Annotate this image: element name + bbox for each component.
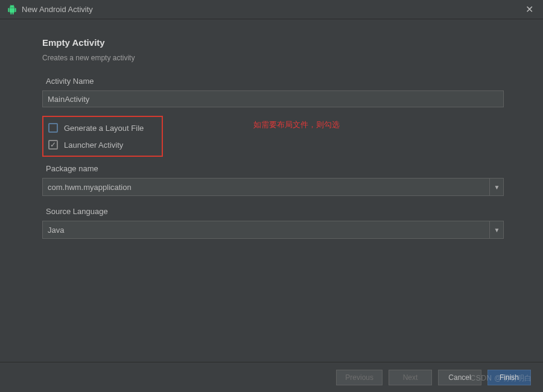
generate-layout-label: Generate a Layout File <box>64 124 144 133</box>
activity-name-label: Activity Name <box>42 77 504 86</box>
generate-layout-checkbox[interactable]: Generate a Layout File <box>45 119 160 136</box>
checkbox-icon <box>48 123 58 133</box>
activity-name-input[interactable] <box>42 90 504 107</box>
dialog-content: Empty Activity Creates a new empty activ… <box>0 19 543 239</box>
next-button[interactable]: Next <box>389 370 432 385</box>
window-title: New Android Activity <box>22 5 523 14</box>
page-subheading: Creates a new empty activity <box>42 54 504 62</box>
source-language-select[interactable]: Java <box>42 221 504 239</box>
package-name-select[interactable]: com.hwm.myapplication <box>42 178 504 196</box>
android-icon <box>7 5 17 14</box>
package-name-label: Package name <box>42 164 504 173</box>
checkbox-checked-icon: ✓ <box>48 140 58 150</box>
package-name-value: com.hwm.myapplication <box>48 183 132 192</box>
close-icon[interactable]: ✕ <box>523 1 536 17</box>
annotation-text: 如需要布局文件，则勾选 <box>253 119 340 130</box>
dialog-footer: Previous Next Cancel Finish <box>0 362 543 392</box>
previous-button[interactable]: Previous <box>336 370 383 385</box>
highlighted-checkbox-group: Generate a Layout File ✓ Launcher Activi… <box>42 116 163 157</box>
source-language-value: Java <box>48 226 64 235</box>
cancel-button[interactable]: Cancel <box>438 370 481 385</box>
launcher-activity-label: Launcher Activity <box>64 141 123 150</box>
chevron-down-icon[interactable]: ▼ <box>489 178 504 196</box>
chevron-down-icon[interactable]: ▼ <box>489 221 504 239</box>
source-language-label: Source Language <box>42 207 504 216</box>
launcher-activity-checkbox[interactable]: ✓ Launcher Activity <box>45 136 160 153</box>
finish-button[interactable]: Finish <box>487 370 531 385</box>
page-heading: Empty Activity <box>42 37 504 48</box>
titlebar: New Android Activity ✕ <box>0 0 543 19</box>
